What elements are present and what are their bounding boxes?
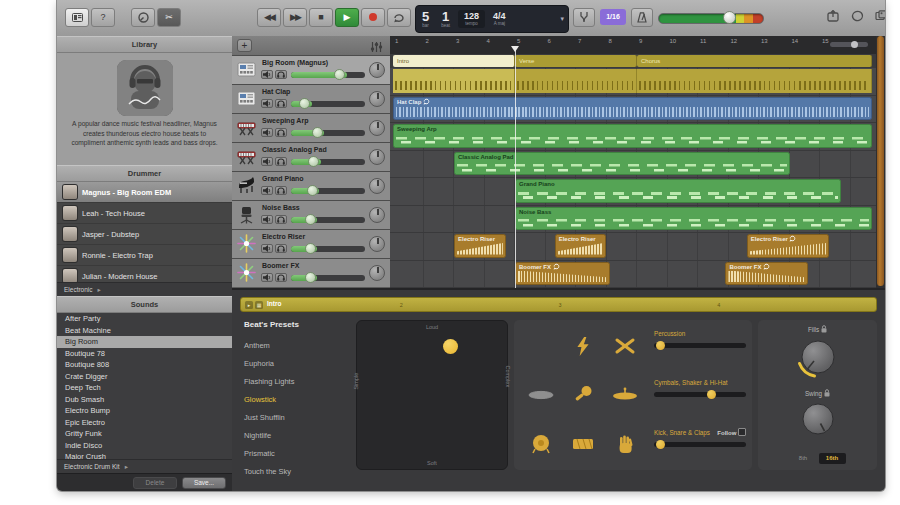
- loop-browser-button[interactable]: [847, 9, 867, 26]
- media-browser-button[interactable]: [871, 9, 885, 26]
- sound-item[interactable]: Deep Tech: [57, 382, 232, 394]
- sound-item[interactable]: Gritty Funk: [57, 428, 232, 440]
- sound-item[interactable]: Electro Bump: [57, 405, 232, 417]
- drummer-item[interactable]: Jasper - Dubstep: [57, 224, 232, 245]
- swing-option-16th[interactable]: 16th: [819, 453, 846, 464]
- division-badge[interactable]: 1/16: [600, 9, 626, 25]
- sound-item[interactable]: Major Crush: [57, 451, 232, 459]
- track-header[interactable]: Big Room (Magnus): [232, 56, 390, 84]
- track-volume-slider[interactable]: [291, 101, 365, 107]
- arrangement-marker[interactable]: Verse: [515, 55, 637, 67]
- xy-pad[interactable]: Loud Soft Simple Complex: [356, 320, 508, 470]
- slider-knob[interactable]: [656, 341, 665, 350]
- master-volume-slider[interactable]: [658, 13, 764, 24]
- editor-region-bar[interactable]: ▸ ▦ Intro 234: [240, 297, 877, 312]
- playhead[interactable]: [515, 46, 516, 288]
- preset-item[interactable]: Touch the Sky: [244, 463, 350, 481]
- volume-knob[interactable]: [299, 98, 310, 109]
- fills-knob[interactable]: [795, 334, 841, 384]
- zoom-slider[interactable]: [830, 42, 868, 47]
- preset-item[interactable]: Glowstick: [244, 391, 350, 409]
- volume-knob[interactable]: [305, 243, 316, 254]
- metronome-button[interactable]: [631, 8, 653, 27]
- cymbal-icon[interactable]: [520, 371, 562, 419]
- preset-item[interactable]: Anthem: [244, 337, 350, 355]
- region[interactable]: Sweeping Arp: [393, 124, 872, 148]
- library-toggle-button[interactable]: [65, 8, 89, 27]
- kit-breadcrumb[interactable]: Electronic Drum Kit▸: [57, 459, 232, 473]
- add-track-button[interactable]: +: [237, 39, 252, 52]
- swing-knob[interactable]: [797, 398, 839, 444]
- play-button[interactable]: ▶: [335, 8, 359, 27]
- record-button[interactable]: [361, 8, 385, 27]
- solo-button[interactable]: [275, 215, 287, 224]
- solo-button[interactable]: [275, 244, 287, 253]
- tuner-button[interactable]: [573, 8, 595, 27]
- chevron-down-icon[interactable]: ▾: [560, 15, 568, 23]
- track-header[interactable]: Noise Bass: [232, 201, 390, 229]
- solo-button[interactable]: [275, 157, 287, 166]
- sound-item[interactable]: Indie Disco: [57, 440, 232, 452]
- track-header[interactable]: Sweeping Arp: [232, 114, 390, 142]
- drummer-item[interactable]: Ronnie - Electro Trap: [57, 245, 232, 266]
- preset-item[interactable]: Nightlife: [244, 427, 350, 445]
- pan-knob[interactable]: [369, 178, 385, 194]
- volume-knob[interactable]: [305, 214, 316, 225]
- sound-item[interactable]: Epic Electro: [57, 417, 232, 429]
- instrument-slider[interactable]: [654, 392, 746, 397]
- slider-knob[interactable]: [656, 440, 665, 449]
- mute-button[interactable]: [261, 186, 273, 195]
- volume-knob[interactable]: [308, 156, 319, 167]
- track-header[interactable]: Boomer FX: [232, 259, 390, 287]
- region[interactable]: [637, 69, 872, 93]
- pan-knob[interactable]: [369, 265, 385, 281]
- quick-help-button[interactable]: ?: [91, 8, 115, 27]
- region[interactable]: Noise Bass: [515, 207, 872, 231]
- region-play-icon[interactable]: ▸: [245, 301, 253, 309]
- track-volume-slider[interactable]: [291, 275, 365, 281]
- editor-scissors-button[interactable]: ✂: [157, 8, 181, 27]
- mute-button[interactable]: [261, 157, 273, 166]
- preset-item[interactable]: Flashing Lights: [244, 373, 350, 391]
- stop-button[interactable]: ■: [309, 8, 333, 27]
- rewind-button[interactable]: ◀◀: [257, 8, 281, 27]
- follow-checkbox[interactable]: Follow: [717, 428, 746, 436]
- pan-knob[interactable]: [369, 149, 385, 165]
- sticks-icon[interactable]: [604, 322, 646, 370]
- region[interactable]: Boomer FX: [515, 262, 610, 286]
- swing-option-8th[interactable]: 8th: [790, 453, 817, 464]
- drummer-item[interactable]: Leah - Tech House: [57, 203, 232, 224]
- sound-item[interactable]: Boutique 808: [57, 359, 232, 371]
- pan-knob[interactable]: [369, 207, 385, 223]
- region[interactable]: Electro Riser: [454, 234, 506, 258]
- share-button[interactable]: [823, 9, 843, 26]
- region[interactable]: Grand Piano: [515, 179, 841, 203]
- track-header[interactable]: Grand Piano: [232, 172, 390, 200]
- drummer-item[interactable]: Magnus - Big Room EDM: [57, 182, 232, 203]
- lightning-icon[interactable]: [562, 322, 604, 370]
- sound-item[interactable]: Beat Machine: [57, 325, 232, 337]
- track-volume-slider[interactable]: [291, 130, 365, 136]
- solo-button[interactable]: [275, 273, 287, 282]
- smart-controls-button[interactable]: [131, 8, 155, 27]
- shaker-icon[interactable]: [562, 371, 604, 419]
- region-grid-icon[interactable]: ▦: [255, 301, 263, 309]
- hihat-icon[interactable]: [604, 371, 646, 419]
- preset-item[interactable]: Just Shufflin: [244, 409, 350, 427]
- track-header[interactable]: Electro Riser: [232, 230, 390, 258]
- region[interactable]: Electro Riser: [747, 234, 829, 258]
- pan-knob[interactable]: [369, 91, 385, 107]
- sound-item[interactable]: Boutique 78: [57, 348, 232, 360]
- pan-knob[interactable]: [369, 236, 385, 252]
- pan-knob[interactable]: [369, 120, 385, 136]
- vertical-scrollbar[interactable]: [876, 36, 885, 288]
- arrangement-marker[interactable]: Chorus: [637, 55, 872, 67]
- region[interactable]: Electro Riser: [555, 234, 607, 258]
- instrument-slider[interactable]: [654, 343, 746, 348]
- instrument-slider[interactable]: [654, 442, 746, 447]
- volume-knob[interactable]: [305, 272, 316, 283]
- track-header[interactable]: Classic Analog Pad: [232, 143, 390, 171]
- solo-button[interactable]: [275, 186, 287, 195]
- track-volume-slider[interactable]: [291, 159, 365, 165]
- volume-knob[interactable]: [334, 69, 345, 80]
